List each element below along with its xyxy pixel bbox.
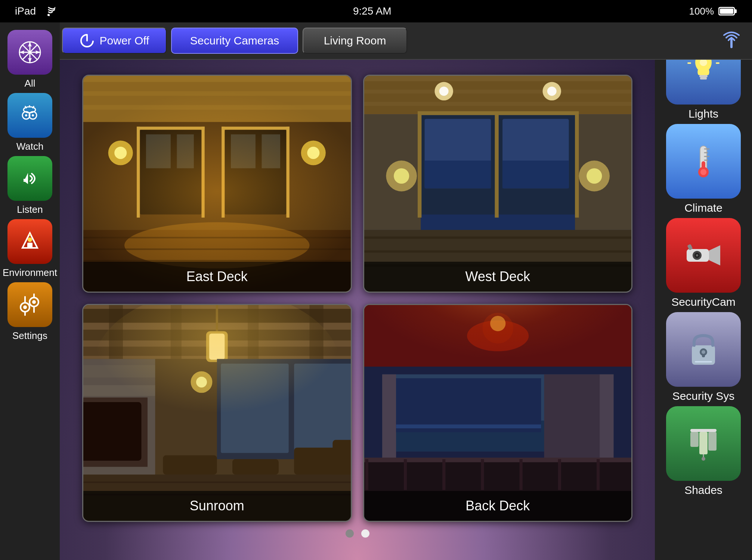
svg-rect-165	[600, 374, 613, 459]
svg-marker-49	[709, 245, 720, 265]
svg-point-28	[23, 305, 27, 309]
east-deck-label: East Deck	[186, 269, 248, 284]
page-dot-1[interactable]	[346, 529, 354, 538]
west-deck-scene	[364, 76, 632, 292]
sidebar-label-securitysys: Security Sys	[672, 390, 735, 402]
nav-bar: Power Off Security Cameras Living Room	[60, 22, 752, 60]
status-bar: iPad 9:25 AM 100%	[0, 0, 752, 22]
signal-button[interactable]	[718, 28, 745, 54]
living-label: Living Room	[324, 34, 386, 47]
svg-rect-109	[575, 111, 579, 218]
battery-icon	[718, 6, 737, 16]
svg-rect-164	[382, 374, 396, 459]
svg-rect-96	[364, 76, 632, 114]
svg-rect-97	[364, 76, 632, 81]
svg-point-30	[32, 300, 36, 304]
svg-rect-33	[700, 77, 707, 80]
east-deck-scene	[83, 76, 351, 292]
svg-rect-60	[699, 432, 708, 454]
page-dot-2[interactable]	[361, 529, 369, 538]
svg-rect-3	[720, 9, 733, 14]
svg-point-18	[25, 114, 27, 116]
security-cameras-button[interactable]: Security Cameras	[171, 28, 298, 54]
sidebar-label-securitycam: SecurityCam	[671, 296, 736, 308]
svg-rect-99	[364, 102, 632, 106]
status-left: iPad	[15, 5, 55, 17]
camera-tile-sunroom[interactable]: Sunroom	[82, 304, 352, 522]
device-label: iPad	[15, 5, 36, 17]
sidebar-label-watch: Watch	[16, 141, 44, 152]
svg-rect-114	[502, 161, 569, 188]
west-deck-label: West Deck	[465, 269, 530, 284]
svg-point-118	[587, 168, 602, 184]
sidebar-label-lights: Lights	[688, 108, 718, 120]
camera-grid: East Deck	[82, 75, 632, 522]
svg-rect-147	[232, 459, 279, 475]
east-deck-label-bar: East Deck	[83, 262, 351, 292]
camera-tile-back-deck[interactable]: Back Deck	[363, 304, 633, 522]
sidebar-item-listen[interactable]: Listen	[4, 156, 56, 215]
svg-rect-110	[495, 111, 498, 218]
power-icon	[80, 33, 95, 48]
sidebar-label-environment: Environment	[3, 267, 57, 279]
sidebar-label-listen: Listen	[17, 204, 43, 215]
sidebar-label-climate: Climate	[684, 202, 722, 214]
sidebar-item-securitycam[interactable]: SecurityCam	[660, 218, 746, 308]
sidebar-item-all[interactable]: All	[4, 30, 56, 89]
sidebar-item-climate[interactable]: Climate	[660, 124, 746, 214]
svg-point-103	[547, 87, 556, 96]
living-room-button[interactable]: Living Room	[303, 28, 407, 54]
page-dots	[346, 529, 369, 538]
wifi-icon	[42, 6, 55, 16]
watch-icon	[7, 93, 52, 138]
svg-rect-24	[27, 243, 33, 248]
shades-icon	[666, 406, 741, 481]
power-off-button[interactable]: Power Off	[62, 28, 167, 54]
svg-point-25	[28, 237, 32, 242]
back-deck-label: Back Deck	[465, 498, 530, 514]
battery-label: 100%	[689, 6, 714, 17]
svg-rect-149	[332, 440, 350, 478]
svg-rect-146	[163, 455, 217, 475]
left-sidebar: All Watch Listen	[0, 22, 60, 560]
svg-rect-167	[396, 424, 541, 428]
svg-rect-59	[690, 429, 717, 432]
svg-rect-61	[690, 432, 699, 447]
all-icon	[7, 30, 52, 75]
svg-rect-108	[418, 111, 421, 218]
svg-rect-67	[83, 76, 351, 82]
svg-point-20	[24, 107, 35, 113]
sidebar-label-settings: Settings	[12, 330, 47, 342]
sidebar-item-environment[interactable]: Environment	[4, 219, 56, 279]
svg-point-116	[394, 168, 409, 184]
cameras-label: Security Cameras	[190, 34, 279, 47]
power-label: Power Off	[100, 34, 149, 47]
camera-tile-west-deck[interactable]: West Deck	[363, 75, 633, 293]
svg-point-101	[439, 87, 448, 96]
sidebar-item-shades[interactable]: Shades	[660, 406, 746, 497]
main-content: East Deck	[60, 60, 655, 560]
environment-icon	[7, 219, 52, 264]
sidebar-item-watch[interactable]: Watch	[4, 93, 56, 152]
sidebar-item-securitysys[interactable]: Security Sys	[660, 312, 746, 402]
securitysys-icon	[666, 312, 741, 387]
camera-tile-east-deck[interactable]: East Deck	[82, 75, 352, 293]
west-deck-label-bar: West Deck	[364, 262, 632, 292]
time-display: 9:25 AM	[353, 5, 392, 17]
sunroom-label-bar: Sunroom	[83, 491, 351, 521]
svg-rect-113	[424, 161, 491, 188]
settings-icon	[7, 282, 52, 327]
sunroom-label: Sunroom	[190, 498, 244, 514]
securitycam-icon	[666, 218, 741, 293]
climate-icon	[666, 124, 741, 199]
svg-point-58	[702, 350, 705, 354]
sidebar-item-settings[interactable]: Settings	[4, 282, 56, 342]
svg-point-64	[702, 457, 705, 461]
svg-point-43	[700, 169, 706, 175]
right-sidebar: Lights Climate	[655, 22, 752, 560]
svg-rect-166	[396, 378, 541, 432]
svg-rect-98	[364, 90, 632, 93]
antenna-icon	[720, 29, 743, 52]
back-deck-label-bar: Back Deck	[364, 491, 632, 521]
sidebar-label-shades: Shades	[684, 484, 722, 497]
